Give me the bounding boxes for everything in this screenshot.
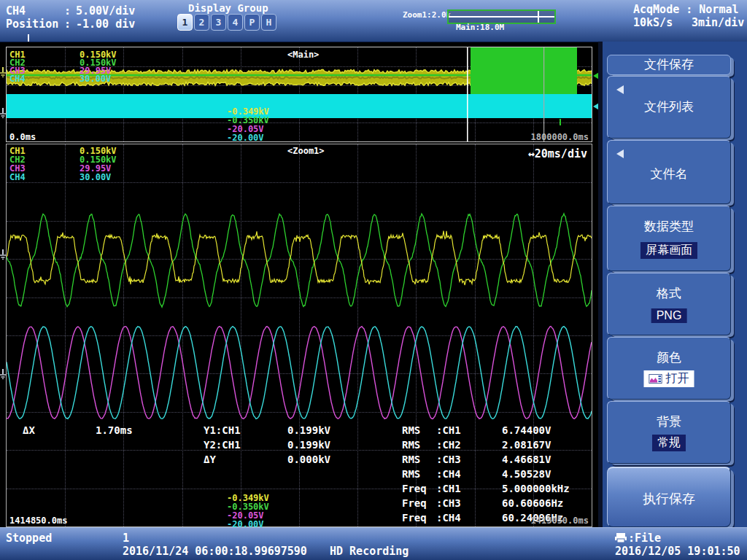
background-label: 背景 [608, 413, 730, 430]
display-group-button-4[interactable]: 4 [228, 14, 243, 31]
display-group-button-3[interactable]: 3 [211, 14, 226, 31]
zoom-ch1-row: CH10.150kV [9, 146, 26, 155]
acquisition-state: Stopped [6, 532, 52, 545]
left-arrow-icon [616, 85, 624, 94]
color-screen-icon [649, 374, 662, 384]
meas-ch: :CH1 [436, 424, 461, 436]
file-destination: :File [628, 532, 661, 545]
meas-fn: RMS [402, 439, 420, 451]
acq-timebase: 3min/div [692, 16, 744, 29]
main-time-left: 0.0ms [9, 132, 36, 142]
meas-value: 6.74400V [502, 424, 551, 436]
color-value[interactable]: 打开 [644, 370, 694, 387]
format-value[interactable]: PNG [651, 308, 687, 323]
file-list-label: 文件列表 [608, 98, 730, 115]
meas-fn: Freq [402, 483, 427, 494]
y2-value: 0.199kV [287, 439, 330, 451]
zoom-overview-bar[interactable] [447, 9, 556, 24]
ch4-ground-icon [0, 108, 7, 118]
zoom-timebase: ↔20ms/div [528, 147, 587, 160]
format-button[interactable]: 格式 PNG [607, 273, 731, 335]
color-value-text: 打开 [666, 371, 689, 386]
zoom-ratio-label: Zoom1:2.0k [403, 10, 451, 20]
trigger-position-tick [28, 34, 29, 42]
header-bar: CH4 : 5.00V/div Position : -1.00 div Dis… [0, 0, 747, 42]
color-button[interactable]: 颜色 打开 [607, 337, 731, 400]
color-label: 颜色 [608, 349, 730, 366]
meas-value: 2.08167V [502, 439, 551, 451]
meas-ch: :CH3 [436, 454, 461, 465]
dx-value: 1.70ms [96, 424, 133, 436]
execute-save-button[interactable]: 执行保存 [607, 467, 731, 527]
meas-value: 4.46681V [502, 454, 551, 465]
current-datetime: 2016/12/05 19:01:50 [615, 545, 740, 558]
file-list-button[interactable]: 文件列表 [607, 76, 731, 139]
zoom-time-left: 1414850.0ms [9, 516, 67, 526]
meas-fn: RMS [402, 424, 420, 436]
file-name-button[interactable]: 文件名 [607, 140, 731, 204]
zoom-ch2-row: CH20.150kV [9, 155, 26, 163]
sample-rate: 10kS/s [633, 16, 673, 29]
zoom-window-title: <Zoom1> [287, 146, 325, 156]
trigger-count: 1 [123, 532, 129, 545]
main-neg-ch4: -20.00V [227, 133, 264, 143]
colon: : [64, 18, 71, 31]
meas-fn: Freq [402, 497, 427, 509]
colon: : [64, 4, 71, 18]
soft-menu-panel: 文件保存 文件列表 文件名 数据类型 屏幕画面 格式 PNG 颜色 打开 背景 [598, 42, 747, 527]
display-group-button-2[interactable]: 2 [194, 14, 209, 31]
dx-label: ΔX [23, 424, 35, 436]
position-label: Position [6, 18, 58, 31]
main-ch4-row: CH430.00V [9, 74, 26, 82]
meas-value: 4.50528V [502, 468, 551, 480]
zoom-ch4-row: CH430.00V [9, 172, 26, 181]
meas-fn: Freq [402, 512, 427, 524]
status-bar: Stopped 1 2016/11/24 06:00:18.99697590 H… [0, 527, 747, 560]
background-button[interactable]: 背景 常规 [607, 401, 731, 464]
left-arrow-icon [616, 149, 624, 158]
display-group-button-p[interactable]: P [244, 14, 260, 31]
meas-ch: :CH3 [436, 497, 461, 509]
y2-label: Y2:CH1 [204, 439, 241, 451]
meas-fn: RMS [402, 468, 420, 480]
meas-ch: :CH4 [436, 468, 461, 480]
y1-value: 0.199kV [287, 424, 330, 436]
display-group-title: Display Group [188, 2, 268, 14]
menu-title: 文件保存 [607, 55, 731, 75]
zoom-ground-icon-upper [0, 249, 7, 260]
channel-name: CH4 [6, 4, 26, 18]
meas-value: 60.60606Hz [502, 497, 563, 509]
zoom-waveform-window: CH10.150kV CH20.150kV CH329.95V CH430.00… [6, 144, 592, 527]
acq-mode: AcqMode : Normal [633, 3, 739, 16]
channel-scale: 5.00V/div [76, 4, 135, 18]
main-time-right: 1800000.0ms [531, 132, 589, 142]
dy-value: 0.000kV [287, 454, 330, 465]
main-record-label: Main:18.0M [456, 23, 504, 32]
background-value[interactable]: 常规 [652, 435, 686, 451]
meas-ch: :CH4 [436, 512, 461, 524]
meas-ch: :CH1 [436, 483, 461, 494]
data-type-label: 数据类型 [608, 218, 730, 235]
data-type-value[interactable]: 屏幕画面 [640, 242, 697, 259]
execute-save-label: 执行保存 [608, 490, 730, 508]
display-group-button-h[interactable]: H [261, 14, 276, 31]
zoom-position-marker[interactable] [538, 11, 539, 23]
main-window-title: <Main> [287, 50, 319, 60]
hd-recording-status: HD Recording [330, 545, 409, 558]
acquisition-timestamp: 2016/11/24 06:00:18.99697590 [123, 545, 307, 558]
position-value: -1.00 div [76, 18, 135, 31]
file-name-label: 文件名 [608, 166, 730, 182]
printer-icon [615, 533, 627, 542]
meas-fn: RMS [402, 454, 420, 465]
zoom-ch3-row: CH329.95V [9, 163, 26, 172]
zoom-time-right: 1415050.0ms [531, 516, 589, 526]
display-group-button-1[interactable]: 1 [177, 14, 193, 31]
oscilloscope-screen: CH4 : 5.00V/div Position : -1.00 div Dis… [0, 0, 747, 560]
dy-label: ΔY [204, 454, 216, 465]
meas-value: 5.000000kHz [502, 483, 570, 494]
meas-ch: :CH2 [436, 439, 461, 451]
zoom-ground-icon-lower [0, 369, 7, 379]
y1-label: Y1:CH1 [204, 424, 241, 436]
data-type-button[interactable]: 数据类型 屏幕画面 [607, 206, 731, 271]
format-label: 格式 [608, 285, 730, 302]
